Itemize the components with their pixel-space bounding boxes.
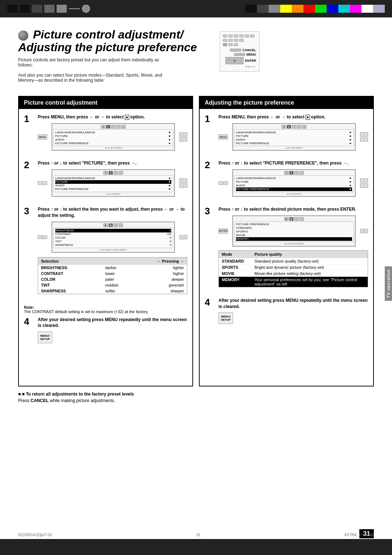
mode-row-movie: MOVIE Movie-like picture setting (factor… [219,270,368,276]
right-step-2-content: Press ↑ or ↓ to select "PICTURE PREFEREN… [219,160,368,200]
right-step-3-content: Press ↑ or ↓ to select the desired pictu… [219,206,368,291]
stripe-yellow [280,5,292,13]
right-step2-menu-display: LANGUAGE/IDIOMA/LANGUE► PICTURE► AUDIO► … [234,175,354,192]
note-section: Note: The CONTRAST default setting is se… [24,305,187,314]
mode-row-memory: MEMORY Your personal preferences set by … [219,276,368,287]
mode-col-header: Mode [222,252,254,256]
selection-pressing-table: Selection ← Pressing → BRIGHTNESS darker… [38,257,187,294]
sports-label: SPORTS [222,265,254,270]
top-bar-left-blocks [7,5,90,13]
color-right: deeper [162,277,184,281]
mode-table-header: Mode Picture quality [219,251,368,258]
selection-header: Selection ← Pressing → [38,258,187,265]
top-bar-block-3 [32,5,42,13]
left-column-header: Picture control adjustment [19,97,192,109]
mode-picture-quality-table: Mode Picture quality STANDARD Standard p… [219,250,368,287]
step-2-content: Press ↑ or ↓ to select "PICTURE", then p… [38,160,187,200]
step1-screen: MENU ✛ ■ □ ○ ◇ [38,123,187,151]
tint-label: TINT [41,283,70,287]
color-left: paler [105,277,127,281]
stripe-magenta [350,5,362,13]
doc-id: 5Q10501A [E]p27-32 [18,533,52,537]
contrast-right: higher [162,271,184,276]
stripe-lavender [373,5,385,13]
note-label: Note: [24,305,34,309]
step2-screen: ↑↓ ✛ ■ □ ○ LANGUAGE/IDIOMA/LA [38,169,187,197]
brightness-right: lighter [162,266,184,270]
right-step1-menu-display: LANGUAGE/IDIOMA/LANGUE► PICTURE► AUDIO► … [234,129,354,146]
right-step-2: 2 Press ↑ or ↓ to select "PICTURE PREFER… [205,160,368,200]
memory-desc: Your personal preferences set by you; se… [254,278,365,286]
top-bar-block-5 [57,5,67,13]
left-step-1: 1 Press MENU, then press ← or → to selec… [24,114,187,154]
divider-line-top [69,8,80,9]
return-label: ■ ■ To return all adjustments to the fac… [18,392,374,397]
pressing-label: ← Pressing → [157,259,184,263]
stripe-blue [327,5,338,13]
selection-row-tint: TINT reddish greenish [38,282,187,288]
step-3-number: 3 [24,206,34,299]
color-label: COLOR [41,277,70,281]
top-bar-block-1 [7,5,17,13]
step1-menu-display: LANGUAGE/IDIOMA/LANGUE► PICTURE► AUDIO► … [53,129,173,146]
stripe-orange [292,5,303,13]
right-step-2-text: Press ↑ or ↓ to select "PICTURE PREFEREN… [219,160,368,166]
left-step-4: 4 After your desired setting press MENU … [24,317,187,344]
selection-row-color: COLOR paler deeper [38,276,187,282]
stripe-cyan [338,5,350,13]
color-stripes [245,5,385,13]
selection-row-brightness: BRIGHTNESS darker lighter [38,265,187,271]
two-columns: Picture control adjustment 1 Press MENU,… [18,96,374,386]
tint-left: reddish [105,283,127,287]
page-footer: 5Q10501A [E]p27-32 31 4/17/04, 11:57 AM [0,531,392,539]
step-1-number: 1 [24,114,34,154]
right-step2-screen: ↑↓ ✛ ■ □ ○ LANGUAGE/IDIOMA/LA [219,169,368,197]
main-content: Picture control adjustment/ Adjusting th… [0,17,392,410]
sharpness-right: sharper [162,289,184,293]
brightness-label: BRIGHTNESS [41,266,70,270]
top-bar-block-4 [44,5,54,13]
page-title-part1: Picture control adjustment/ [33,28,183,41]
memory-label: MEMORY [222,278,254,286]
sports-desc: Bright and dynamic picture (factory-set) [254,265,365,270]
left-column: Picture control adjustment 1 Press MENU,… [18,96,193,386]
remote-diagram: CANCEL MENU ✛ ENTER ↑/↓/←/→ [208,28,262,74]
right-step3-menu-display: PICTURE PREFERENCE STANDARD SPORTS MOVIE… [234,222,354,242]
return-text: Press CANCEL while making picture adjust… [18,398,374,403]
remote-buttons-top [223,35,256,37]
cancel-bold: CANCEL [30,398,49,403]
page-title-line2: Adjusting the picture preference [18,41,197,54]
contrast-left: lower [105,271,127,276]
cancel-label: CANCEL [242,48,256,52]
right-column-body: 1 Press MENU, then press ← or → to selec… [200,109,373,336]
stripe-3 [269,5,280,13]
right-step-4-content: After your desired setting press MENU re… [219,297,368,324]
step-2-text: Press ↑ or ↓ to select "PICTURE", then p… [38,160,187,166]
enter-label: ENTER [245,59,256,62]
right-step-1-text: Press MENU, then press ← or → to select … [219,114,368,120]
right-step-3: 3 Press ↑ or ↓ to select the desired pic… [205,206,368,291]
left-column-body: 1 Press MENU, then press ← or → to selec… [19,109,192,355]
sharpness-left: softer [105,289,127,293]
title-ball-icon [18,31,28,41]
step-4-number: 4 [24,317,34,344]
sharpness-label: SHARPNESS [41,289,70,293]
step-3-text: Press ↑ or ↓ to select the item you want… [38,206,187,219]
right-column-header: Adjusting the picture preference [200,97,373,109]
right-step-3-text: Press ↑ or ↓ to select the desired pictu… [219,206,368,212]
movie-desc: Movie-like picture setting (factory-set) [254,271,365,276]
tint-right: greenish [162,283,184,287]
page-title-line1: Picture control adjustment/ [18,28,197,41]
step-4-text: After your desired setting press MENU re… [38,317,187,329]
right-step-4-number: 4 [205,297,215,324]
right-step-1: 1 Press MENU, then press ← or → to selec… [205,114,368,154]
menu-label: MENU [246,53,256,56]
right-step-1-content: Press MENU, then press ← or → to select … [219,114,368,154]
page-center: 31 [196,533,200,537]
step3-screen: ↑↓ ■ ▣ □ ○ BRIGHTNESS0 [38,222,187,253]
step4-menu-icon: MENU/SETUP [38,332,187,343]
stripe-2 [257,5,269,13]
standard-desc: Standard picture quality (factory-set) [254,259,365,263]
picture-quality-col-header: Picture quality [254,252,365,256]
stripe-red [303,5,315,13]
